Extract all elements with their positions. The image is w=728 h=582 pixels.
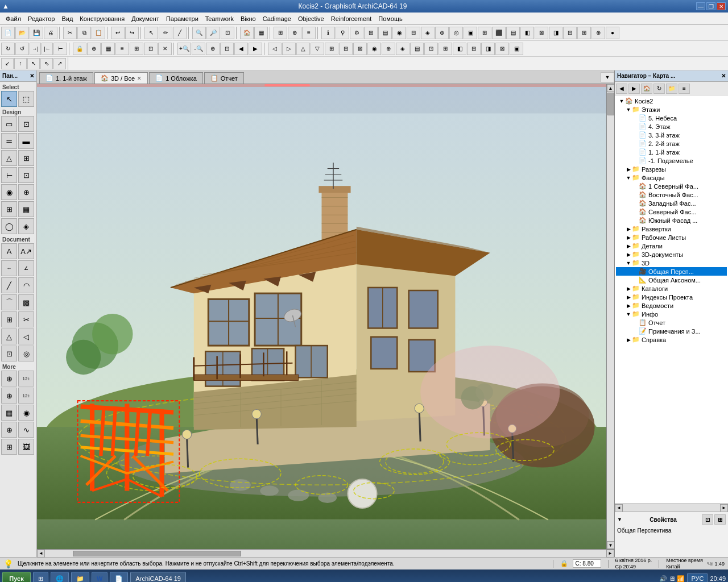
tool-more9[interactable]: ⊞ [1,439,17,455]
nav-filter[interactable]: ≡ [679,84,690,94]
tool-angle[interactable]: ∠ [18,260,34,276]
tab-floor1[interactable]: 📄 1. 1-й этаж [39,72,93,84]
horizontal-scrollbar[interactable]: ◄ ► [37,549,614,557]
tb2-more11[interactable]: ▤ [410,43,424,55]
menu-reinforcement[interactable]: Reinforcement [328,14,375,23]
tree-records[interactable]: ▶ 📁 Ведомости [616,301,727,310]
menu-document[interactable]: Документ [128,14,163,23]
tree-sections[interactable]: ▶ 📁 Разрезы [616,165,727,173]
tb-zoom-in[interactable]: 🔍 [192,27,206,39]
tb-more13[interactable]: ◧ [520,27,534,39]
tb-more4[interactable]: ◉ [392,27,406,39]
tb-more1[interactable]: ⚙ [350,27,363,39]
close-button[interactable]: ✕ [717,2,726,10]
tool-fill[interactable]: ▩ [18,294,34,310]
tree-facades[interactable]: ▼ 📁 Фасады [616,173,727,182]
tb2-3[interactable]: →| [30,43,41,55]
tb-floor[interactable]: ▦ [254,27,268,39]
tb-paste[interactable]: 📋 [92,27,105,39]
tool-line[interactable]: ╱ [1,277,17,293]
menu-construct[interactable]: Конструювання [76,14,128,23]
lang-button[interactable]: РУС [687,573,708,582]
tb2-pan[interactable]: ⊕ [206,43,220,55]
tb2-more12[interactable]: ⊡ [424,43,438,55]
tb2-more16[interactable]: ◨ [481,43,495,55]
tool-more3[interactable]: ⊕ [1,388,17,404]
hscroll-thumb[interactable] [73,551,241,556]
tool-curtain[interactable]: ▦ [18,201,34,217]
nav-hscroll-right[interactable]: ► [720,504,728,512]
tool-column[interactable]: ⊡ [18,116,34,132]
tree-floor4[interactable]: 📄 4. Этаж [616,122,727,131]
tree-floors[interactable]: ▼ 📁 Этажи [616,105,727,114]
tb3-cursor2[interactable]: ↖ [27,58,40,69]
tb2-more17[interactable]: ⊠ [495,43,509,55]
tb-find[interactable]: ⚲ [336,27,349,39]
taskbar-archicad[interactable]: ArchiCAD-64 19 [130,572,185,582]
tb2-more6[interactable]: ⊟ [339,43,353,55]
tb2-more8[interactable]: ◉ [367,43,381,55]
prop-btn2[interactable]: ⊞ [714,514,726,525]
tb2-6[interactable]: 🔒 [73,43,86,55]
restore-button[interactable]: ❐ [706,2,715,10]
scroll-track[interactable] [607,92,615,541]
tb2-more5[interactable]: ⊞ [325,43,338,55]
prop-collapse-icon[interactable]: ▼ [617,517,622,522]
tb2-more1[interactable]: ◁ [268,43,282,55]
tree-toggle-3d[interactable]: ▼ [625,260,632,266]
tb3-select[interactable]: ↗ [53,58,66,69]
tool-detail[interactable]: ◎ [18,346,34,361]
tb-more19[interactable]: ● [606,27,619,39]
tb2-more3[interactable]: △ [296,43,310,55]
tool-section[interactable]: ✂ [18,311,34,327]
tb-cut[interactable]: ✂ [63,27,77,39]
tb-snap[interactable]: ⊕ [288,27,301,39]
menu-params[interactable]: Параметри [163,14,202,23]
nav-hscroll[interactable]: ◄ ► [615,504,728,512]
tb2-5[interactable]: ⊢ [53,43,67,55]
taskbar-app2[interactable]: 📄 [110,572,128,582]
nav-back[interactable]: ◀ [616,84,627,94]
tab-report[interactable]: 📋 Отчет [204,72,244,84]
tree-worksheets[interactable]: ▶ 📁 Рабочие Листы [616,233,727,242]
tb-select[interactable]: ↖ [144,27,158,39]
tb-new[interactable]: 📄 [1,27,15,39]
tool-stair[interactable]: ⊞ [18,150,34,166]
taskbar-files[interactable]: 📁 [71,572,89,582]
panel-close[interactable]: ✕ [30,73,34,79]
tree-toggle-root[interactable]: ▼ [618,98,625,104]
tb2-4[interactable]: |← [42,43,53,55]
tool-more6[interactable]: ◉ [18,405,34,421]
tool-interior[interactable]: ◁ [18,329,34,344]
tb2-next[interactable]: ▶ [249,43,262,55]
tool-wpoint[interactable]: ⊡ [1,346,17,361]
tb2-9[interactable]: ≡ [115,43,129,55]
tool-more4[interactable]: 12↕ [18,388,34,404]
tb2-more18[interactable]: ▣ [510,43,523,55]
tool-arc[interactable]: ◠ [18,277,34,293]
tree-floor3[interactable]: 📄 3. 3-й этаж [616,131,727,139]
hscroll-left-btn[interactable]: ◄ [37,550,45,558]
scroll-up-btn[interactable]: ▲ [607,84,615,92]
tree-3ddocs[interactable]: ▶ 📁 3D-документы [616,250,727,259]
tb-more18[interactable]: ⊕ [592,27,605,39]
tree-details[interactable]: ▶ 📁 Детали [616,242,727,250]
nav-tree[interactable]: ▼ 🏠 Косів2 ▼ 📁 Этажи 📄 5. Небеса 📄 [615,95,728,504]
tb-more15[interactable]: ◨ [549,27,562,39]
viewport-3d[interactable]: ▲ ▼ [37,84,614,549]
tree-develop[interactable]: ▶ 📁 Развертки [616,225,727,233]
tree-floor1[interactable]: 📄 1. 1-й этаж [616,148,727,156]
tb2-11[interactable]: ⊡ [144,43,158,55]
tb-line[interactable]: ╱ [173,27,187,39]
tb2-more7[interactable]: ⊠ [353,43,367,55]
tb-more14[interactable]: ⊠ [535,27,548,39]
tb2-prev[interactable]: ◀ [234,43,248,55]
tb-more6[interactable]: ◈ [421,27,435,39]
tool-more8[interactable]: ∿ [18,422,34,438]
tb2-zoom-out[interactable]: -🔍 [192,43,205,55]
tree-root[interactable]: ▼ 🏠 Косів2 [616,97,727,105]
vertical-scrollbar[interactable]: ▲ ▼ [606,84,614,549]
tool-door[interactable]: ⊢ [1,167,17,183]
tab-cover[interactable]: 📄 1 Обложка [149,72,203,84]
tb-more2[interactable]: ⊞ [364,27,378,39]
